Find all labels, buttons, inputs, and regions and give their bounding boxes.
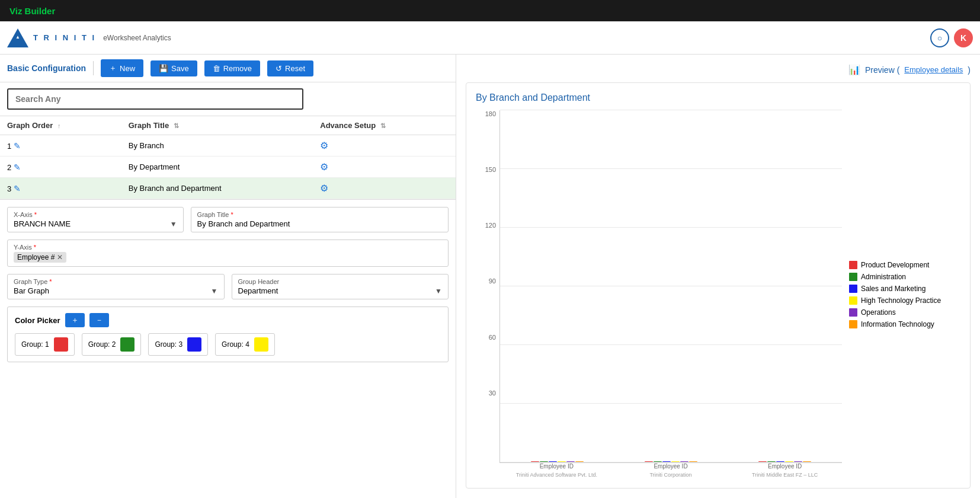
- bar[interactable]: [566, 461, 575, 462]
- bar[interactable]: [680, 461, 688, 462]
- logo-text: T R I N I T I: [33, 33, 96, 42]
- graph-table: Graph Order ↑ Graph Title ⇅ Advance Setu…: [0, 116, 456, 199]
- xaxis-dropdown-arrow[interactable]: ▼: [170, 220, 177, 228]
- bar-group: [500, 461, 614, 462]
- edit-icon[interactable]: ✎: [14, 184, 21, 193]
- sort-updown-icon-setup[interactable]: ⇅: [380, 122, 386, 129]
- bar[interactable]: [776, 461, 784, 462]
- row-setup: ⚙: [313, 178, 456, 199]
- x-sublabel: Triniti Middle East FZ – LLC: [752, 472, 818, 478]
- bar-group: [728, 461, 842, 462]
- bar[interactable]: [671, 461, 680, 462]
- bar[interactable]: [794, 461, 802, 462]
- legend-item: Sales and Marketing: [849, 285, 960, 293]
- chart-title: By Branch and Department: [476, 92, 960, 103]
- sort-updown-icon-title[interactable]: ⇅: [174, 122, 179, 129]
- yaxis-label: Y-Axis *: [14, 244, 442, 251]
- search-input[interactable]: [7, 88, 303, 110]
- bar[interactable]: [540, 461, 548, 462]
- bar[interactable]: [575, 461, 584, 462]
- trash-icon: 🗑: [213, 64, 220, 73]
- reset-button[interactable]: ↺ Reset: [267, 60, 313, 76]
- legend-swatch: [849, 273, 857, 281]
- y-axis-label: 150: [485, 166, 496, 173]
- legend-label: High Technology Practice: [861, 296, 941, 305]
- y-axis: 180150120906030: [476, 110, 499, 463]
- graph-type-field: Graph Type * Bar Graph ▼: [7, 274, 225, 299]
- gear-icon[interactable]: ⚙: [320, 141, 328, 151]
- graph-type-dropdown-arrow[interactable]: ▼: [211, 287, 218, 295]
- edit-icon[interactable]: ✎: [14, 162, 21, 172]
- chart-plot: [499, 110, 842, 463]
- chart-container: By Branch and Department 180150120906030: [466, 82, 971, 489]
- new-button[interactable]: ＋ New: [101, 59, 143, 77]
- cp-add-button[interactable]: ＋: [65, 313, 85, 327]
- bar[interactable]: [662, 461, 671, 462]
- logo-icon: ▲: [7, 28, 28, 47]
- gear-icon[interactable]: ⚙: [320, 183, 328, 193]
- preview-link[interactable]: Employee details: [904, 65, 963, 74]
- bar[interactable]: [785, 461, 793, 462]
- group-header-dropdown-arrow[interactable]: ▼: [435, 287, 442, 295]
- graph-title-input[interactable]: [197, 219, 442, 228]
- x-axis: Employee ID Triniti Advanced Software Pv…: [499, 463, 842, 478]
- color-swatch[interactable]: [120, 337, 134, 352]
- bar[interactable]: [531, 461, 539, 462]
- y-axis-label: 30: [489, 390, 496, 397]
- config-header: Basic Configuration ＋ New 💾 Save 🗑 Remov…: [0, 55, 456, 82]
- color-swatch[interactable]: [54, 337, 68, 352]
- bar[interactable]: [767, 461, 776, 462]
- save-button[interactable]: 💾 Save: [150, 60, 197, 76]
- search-area: [0, 82, 456, 116]
- legend-item: Administration: [849, 273, 960, 281]
- legend-item: Product Development: [849, 261, 960, 269]
- plus-icon: ＋: [109, 63, 117, 74]
- row-title: By Department: [121, 157, 313, 178]
- avatar-button[interactable]: K: [954, 28, 973, 47]
- graph-title-label: Graph Title *: [197, 211, 442, 218]
- yaxis-tag-close[interactable]: ✕: [57, 253, 63, 261]
- row-setup: ⚙: [313, 135, 456, 157]
- header-row: ▲ T R I N I T I eWorksheet Analytics ○ K: [0, 21, 980, 55]
- y-axis-label: 60: [489, 334, 496, 341]
- legend-swatch: [849, 296, 857, 305]
- yaxis-tag: Employee # ✕: [14, 252, 66, 263]
- group-header-value: Department: [238, 286, 278, 295]
- cp-title: Color Picker: [15, 316, 60, 325]
- left-panel: Basic Configuration ＋ New 💾 Save 🗑 Remov…: [0, 55, 456, 498]
- bar[interactable]: [645, 461, 653, 462]
- color-group-label: Group: 1: [21, 340, 49, 349]
- chart-icon: 📊: [848, 64, 860, 75]
- edit-icon[interactable]: ✎: [14, 141, 21, 151]
- color-swatch[interactable]: [254, 337, 268, 352]
- y-axis-label: 180: [485, 110, 496, 117]
- sort-asc-icon[interactable]: ↑: [57, 122, 61, 129]
- row-order: 2 ✎: [0, 157, 121, 178]
- logo-sub: eWorksheet Analytics: [103, 34, 171, 42]
- cp-remove-button[interactable]: －: [89, 313, 109, 327]
- cp-header: Color Picker ＋ －: [15, 313, 441, 327]
- gear-icon[interactable]: ⚙: [320, 162, 328, 172]
- table-row[interactable]: 2 ✎By Department⚙: [0, 157, 456, 178]
- form-section: X-Axis * BRANCH NAME ▼ Graph Title * Y-A…: [0, 199, 456, 498]
- bar[interactable]: [549, 461, 557, 462]
- color-group-label: Group: 2: [88, 340, 116, 349]
- x-sublabel: Triniti Corporation: [649, 472, 691, 478]
- bar[interactable]: [654, 461, 662, 462]
- legend-swatch: [849, 261, 857, 269]
- color-swatch[interactable]: [187, 337, 201, 352]
- bar[interactable]: [803, 461, 811, 462]
- graph-type-value: Bar Graph: [14, 286, 49, 295]
- bar[interactable]: [758, 461, 767, 462]
- bar[interactable]: [558, 461, 566, 462]
- color-group: Group: 3: [148, 333, 208, 356]
- yaxis-field: Y-Axis * Employee # ✕: [7, 240, 449, 267]
- row-order: 3 ✎: [0, 178, 121, 199]
- circle-button[interactable]: ○: [930, 28, 949, 47]
- bar[interactable]: [689, 461, 697, 462]
- remove-button[interactable]: 🗑 Remove: [204, 60, 260, 76]
- preview-header: 📊 Preview ( Employee details ): [466, 64, 971, 75]
- graph-type-label: Graph Type *: [14, 278, 218, 285]
- table-row[interactable]: 3 ✎By Branch and Department⚙: [0, 178, 456, 199]
- table-row[interactable]: 1 ✎By Branch⚙: [0, 135, 456, 157]
